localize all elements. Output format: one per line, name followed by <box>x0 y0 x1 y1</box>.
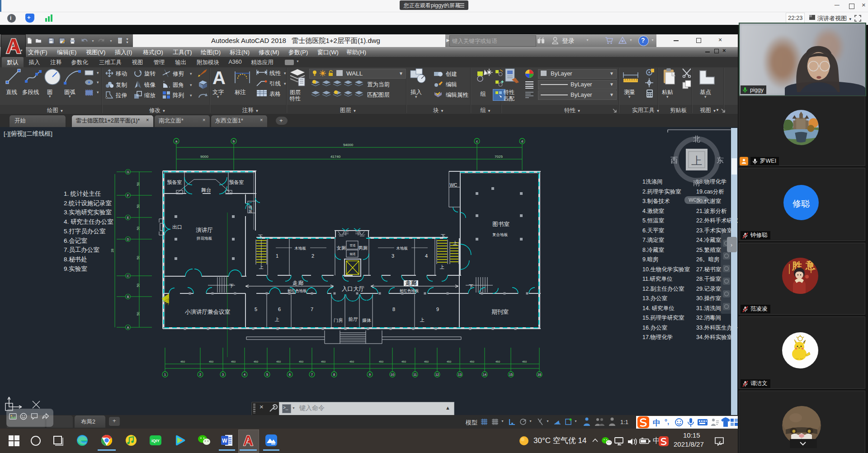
svg-text:7025: 7025 <box>495 155 503 159</box>
svg-text:9.实验室: 9.实验室 <box>64 265 87 272</box>
svg-text:拼花地板: 拼花地板 <box>196 236 212 241</box>
svg-text:W: W <box>222 438 227 444</box>
svg-text:450: 450 <box>495 360 500 363</box>
svg-text:上: 上 <box>453 241 458 245</box>
svg-text:5: 5 <box>266 373 268 376</box>
svg-text:2.统计设施记录室: 2.统计设施记录室 <box>64 200 112 207</box>
svg-text:1. 统计处主任: 1. 统计处主任 <box>64 190 101 197</box>
svg-text:29.记录室: 29.记录室 <box>696 286 721 292</box>
svg-text:3.实地研究实验室: 3.实地研究实验室 <box>64 209 112 216</box>
svg-text:10: 10 <box>391 373 394 376</box>
svg-text:上: 上 <box>439 264 444 269</box>
svg-text:木地板: 木地板 <box>396 246 408 250</box>
svg-text:50: 50 <box>137 256 140 260</box>
svg-text:c: c <box>476 139 478 143</box>
svg-text:B: B <box>127 295 129 298</box>
svg-text:450: 450 <box>299 360 304 363</box>
svg-text:8.冷藏室: 8.冷藏室 <box>642 247 664 253</box>
svg-text:WC: WC <box>450 183 458 188</box>
svg-text:6: 6 <box>289 373 291 376</box>
svg-text:450: 450 <box>522 360 527 363</box>
svg-text:入口大厅: 入口大厅 <box>342 286 364 292</box>
svg-text:装: 装 <box>249 209 252 213</box>
svg-text:1: 1 <box>164 373 166 376</box>
svg-text:450: 450 <box>321 360 326 363</box>
svg-text:[-][俯视][二维线框]: [-][俯视][二维线框] <box>4 130 52 137</box>
svg-text:走廊: 走廊 <box>292 280 303 286</box>
svg-text:预备室: 预备室 <box>229 179 244 185</box>
svg-text:出口: 出口 <box>172 224 182 230</box>
svg-text:450: 450 <box>180 360 185 363</box>
svg-text:3: 3 <box>222 373 224 376</box>
svg-text:4: 4 <box>244 373 245 376</box>
svg-text:▾: ▾ <box>704 198 706 203</box>
svg-text:舞台: 舞台 <box>201 187 211 193</box>
svg-text:12.副主任办公室: 12.副主任办公室 <box>642 286 684 292</box>
svg-text:10.生物化学实验室: 10.生物化学实验室 <box>642 266 690 273</box>
svg-text:›: › <box>731 242 732 248</box>
svg-text:3.制备技术: 3.制备技术 <box>642 198 670 204</box>
svg-text:450: 450 <box>401 360 406 363</box>
svg-text:5.恒温室: 5.恒温室 <box>642 217 664 224</box>
svg-text:女厕: 女厕 <box>337 245 346 250</box>
svg-text:上: 上 <box>259 264 264 269</box>
svg-text:15.药理学研究室: 15.药理学研究室 <box>642 315 684 321</box>
svg-text:西: 西 <box>670 156 678 164</box>
svg-text:28.干燥室: 28.干燥室 <box>696 276 721 282</box>
svg-text:走廊: 走廊 <box>405 280 417 286</box>
svg-text:32.消毒间: 32.消毒间 <box>696 315 721 321</box>
svg-text:12: 12 <box>435 373 439 376</box>
svg-text:门房: 门房 <box>334 318 343 323</box>
svg-text:北: 北 <box>693 135 700 143</box>
svg-text:期刊室: 期刊室 <box>491 309 509 315</box>
svg-text:11.研究单位: 11.研究单位 <box>642 276 673 282</box>
svg-text:9: 9 <box>436 307 439 312</box>
svg-text:11: 11 <box>413 373 416 376</box>
svg-text:8: 8 <box>392 307 395 312</box>
svg-text:14. 研究单位: 14. 研究单位 <box>642 305 675 311</box>
svg-text:2: 2 <box>199 373 201 376</box>
svg-text:450: 450 <box>254 360 259 363</box>
svg-text:意: 意 <box>805 260 816 271</box>
svg-text:链: 链 <box>248 205 252 209</box>
svg-text:南: 南 <box>693 179 700 187</box>
svg-text:450: 450 <box>209 360 214 363</box>
svg-text:16: 16 <box>538 373 541 376</box>
svg-text:6.天平室: 6.天平室 <box>642 227 664 234</box>
svg-text:7.员工办公室: 7.员工办公室 <box>64 246 99 253</box>
svg-text:下: 下 <box>441 234 445 239</box>
svg-text:上: 上 <box>691 155 702 167</box>
svg-text:E: E <box>127 216 129 219</box>
svg-text:WCS: WCS <box>689 197 700 203</box>
svg-text:8.秘书处: 8.秘书处 <box>64 256 87 263</box>
svg-text:木地板: 木地板 <box>294 246 306 250</box>
svg-text:管道: 管道 <box>350 244 356 247</box>
svg-text:50: 50 <box>137 312 140 316</box>
svg-text:13.办公室: 13.办公室 <box>642 295 667 302</box>
svg-text:24.冷藏室: 24.冷藏室 <box>696 237 721 243</box>
svg-text:31.清洗间: 31.清洗间 <box>696 305 721 311</box>
svg-text:450: 450 <box>231 360 236 363</box>
svg-text:15: 15 <box>509 373 513 376</box>
svg-text:50: 50 <box>137 226 140 230</box>
svg-text:450: 450 <box>424 360 429 363</box>
svg-text:17.物理化学: 17.物理化学 <box>642 334 673 340</box>
svg-text:50: 50 <box>137 204 140 208</box>
svg-text:F: F <box>127 194 129 197</box>
svg-text:图书室: 图书室 <box>492 221 509 227</box>
svg-text:7: 7 <box>311 373 313 376</box>
svg-text:9000: 9000 <box>200 155 208 159</box>
svg-text:上: 上 <box>274 317 279 322</box>
svg-text:7.滴定室: 7.滴定室 <box>642 237 664 243</box>
svg-text:iQIY: iQIY <box>151 439 160 443</box>
svg-text:4. 研究主任办公室: 4. 研究主任办公室 <box>64 218 113 225</box>
svg-text:14: 14 <box>483 373 486 376</box>
svg-text:16.办公室: 16.办公室 <box>642 325 667 331</box>
svg-text:男厕: 男厕 <box>359 245 368 250</box>
svg-text:450: 450 <box>349 360 354 363</box>
svg-text:13: 13 <box>458 373 462 376</box>
svg-text:上: 上 <box>420 317 425 322</box>
svg-text:C: C <box>127 274 129 278</box>
svg-text:d: d <box>521 139 523 143</box>
svg-text:媒体: 媒体 <box>362 318 371 323</box>
